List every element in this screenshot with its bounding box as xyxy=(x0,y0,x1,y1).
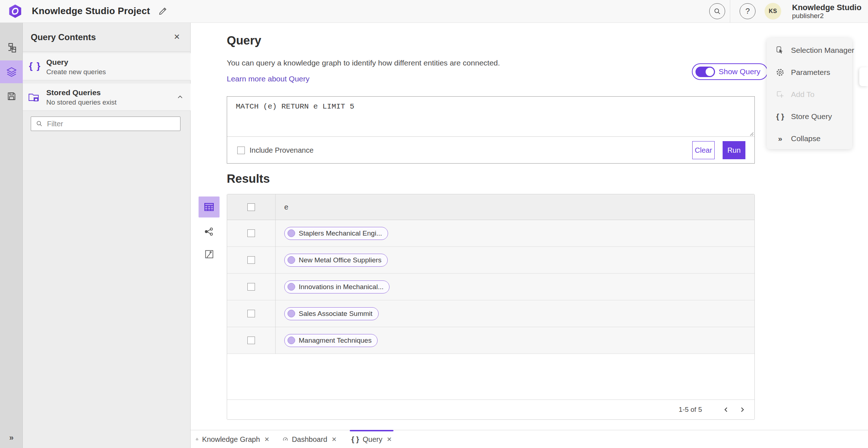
bottom-tab-bar: Knowledge Graph ✕ Dashboard ✕ { } Query … xyxy=(191,430,868,448)
row-checkbox[interactable] xyxy=(247,310,255,317)
gear-icon xyxy=(775,68,785,77)
collapsed-panel-tab[interactable] xyxy=(859,67,868,86)
close-tab-icon[interactable]: ✕ xyxy=(387,436,392,443)
edit-title-button[interactable] xyxy=(157,5,169,17)
data-model-icon xyxy=(6,42,17,53)
next-page-button[interactable] xyxy=(734,402,750,417)
panel-close-button[interactable]: ✕ xyxy=(171,31,182,42)
pencil-icon xyxy=(158,7,167,16)
query-tools-menu: Selection Manager Parameters xyxy=(767,38,852,149)
collapse-menu-button[interactable]: » Collapse xyxy=(767,127,852,149)
entity-label: Sales Associate Summit xyxy=(299,310,373,318)
query-text-input[interactable]: MATCH (e) RETURN e LIMIT 5 xyxy=(227,97,754,137)
tab-query-active[interactable]: { } Query ✕ xyxy=(350,430,393,448)
entity-dot-icon xyxy=(288,310,295,317)
table-view-icon xyxy=(204,202,214,212)
user-info[interactable]: Knowledge Studio publisher2 xyxy=(792,3,861,20)
dashboard-gauge-icon xyxy=(282,435,288,444)
expand-rail-button[interactable]: » xyxy=(0,430,23,446)
panel-title: Query Contents xyxy=(31,32,96,42)
app-header: Knowledge Studio Project ? KS Knowledge … xyxy=(0,0,868,23)
double-chevron-right-icon: » xyxy=(775,134,785,143)
panel-item-subtitle: Create new queries xyxy=(46,68,106,76)
close-tab-icon[interactable]: ✕ xyxy=(332,436,337,443)
query-description: You can query a knowledge graph to ident… xyxy=(227,59,500,67)
column-divider xyxy=(275,194,276,354)
search-button[interactable] xyxy=(709,3,725,19)
project-title: Knowledge Studio Project xyxy=(32,5,150,17)
row-checkbox[interactable] xyxy=(247,229,255,237)
double-chevron-right-icon: » xyxy=(9,433,13,443)
results-view-switcher xyxy=(199,196,220,262)
parameters-button[interactable]: Parameters xyxy=(767,61,852,83)
selection-manager-icon xyxy=(775,46,785,55)
row-checkbox[interactable] xyxy=(247,256,255,264)
panel-item-stored-queries[interactable]: Stored Queries No stored queries exist xyxy=(23,84,191,111)
stored-queries-filter xyxy=(31,117,180,131)
user-role: publisher2 xyxy=(792,12,861,20)
entity-chip[interactable]: New Metal Office Suppliers xyxy=(284,254,388,267)
table-header-row: e xyxy=(227,194,754,220)
previous-page-button[interactable] xyxy=(718,402,734,417)
store-query-button[interactable]: { } Store Query xyxy=(767,105,852,127)
rail-item-data-model[interactable] xyxy=(0,36,23,59)
entity-dot-icon xyxy=(288,256,295,264)
table-row: Innovations in Mechanical... xyxy=(227,274,754,300)
user-avatar[interactable]: KS xyxy=(765,3,781,20)
toggle-knob xyxy=(706,68,714,76)
braces-icon: { } xyxy=(775,112,785,121)
entity-dot-icon xyxy=(288,337,295,344)
entity-chip[interactable]: Sales Associate Summit xyxy=(284,307,379,320)
row-checkbox[interactable] xyxy=(247,337,255,344)
column-header-e: e xyxy=(275,203,288,211)
learn-more-link[interactable]: Learn more about Query xyxy=(227,75,310,83)
row-checkbox[interactable] xyxy=(247,283,255,291)
table-row: Sales Associate Summit xyxy=(227,300,754,327)
selection-manager-button[interactable]: Selection Manager xyxy=(767,39,852,61)
pagination-count: 1-5 of 5 xyxy=(679,406,702,414)
clear-button[interactable]: Clear xyxy=(692,141,715,159)
entity-dot-icon xyxy=(288,229,295,237)
save-icon xyxy=(7,91,17,101)
run-button[interactable]: Run xyxy=(723,141,745,159)
filter-input[interactable] xyxy=(47,117,179,131)
entity-label: Staplers Mechanical Engi... xyxy=(299,229,382,237)
help-button[interactable]: ? xyxy=(740,3,756,19)
collapse-stored-queries-button[interactable] xyxy=(176,93,184,101)
add-to-button[interactable]: Add To xyxy=(767,83,852,105)
resize-handle[interactable] xyxy=(749,132,754,136)
tab-knowledge-graph[interactable]: Knowledge Graph ✕ xyxy=(194,430,269,448)
link-chart-view-button[interactable] xyxy=(199,223,220,240)
panel-item-title: Query xyxy=(46,58,68,67)
entity-chip[interactable]: Innovations in Mechanical... xyxy=(284,280,390,293)
entity-chip[interactable]: Managment Techniques xyxy=(284,334,378,347)
table-row: Staplers Mechanical Engi... xyxy=(227,220,754,247)
table-view-button[interactable] xyxy=(199,196,220,217)
close-tab-icon[interactable]: ✕ xyxy=(264,436,269,443)
select-all-checkbox[interactable] xyxy=(247,203,255,211)
include-provenance-checkbox[interactable] xyxy=(237,147,245,154)
map-view-button[interactable] xyxy=(199,246,220,262)
braces-icon: { } xyxy=(29,60,41,72)
show-query-label: Show Query xyxy=(719,67,761,76)
panel-item-query[interactable]: { } Query Create new queries xyxy=(23,53,191,80)
knowledge-studio-logo-icon xyxy=(8,4,22,18)
rail-item-save[interactable] xyxy=(0,85,23,107)
table-footer: 1-5 of 5 xyxy=(227,400,754,419)
toggle-track xyxy=(695,67,715,77)
add-to-icon xyxy=(775,90,785,99)
rail-item-contents[interactable] xyxy=(0,60,23,83)
tab-dashboard[interactable]: Dashboard ✕ xyxy=(282,430,337,448)
header-divider xyxy=(730,0,730,23)
knowledge-graph-icon xyxy=(196,435,199,444)
panel-header: Query Contents ✕ xyxy=(23,23,190,52)
search-icon xyxy=(36,120,43,127)
chevron-right-icon xyxy=(739,407,745,413)
entity-chip[interactable]: Staplers Mechanical Engi... xyxy=(284,227,388,240)
chevron-left-icon xyxy=(723,407,729,413)
map-view-icon xyxy=(204,249,214,259)
query-heading: Query xyxy=(227,34,261,47)
folder-icon xyxy=(28,92,40,103)
show-query-toggle[interactable]: Show Query xyxy=(692,63,768,80)
panel-item-subtitle: No stored queries exist xyxy=(46,98,116,106)
